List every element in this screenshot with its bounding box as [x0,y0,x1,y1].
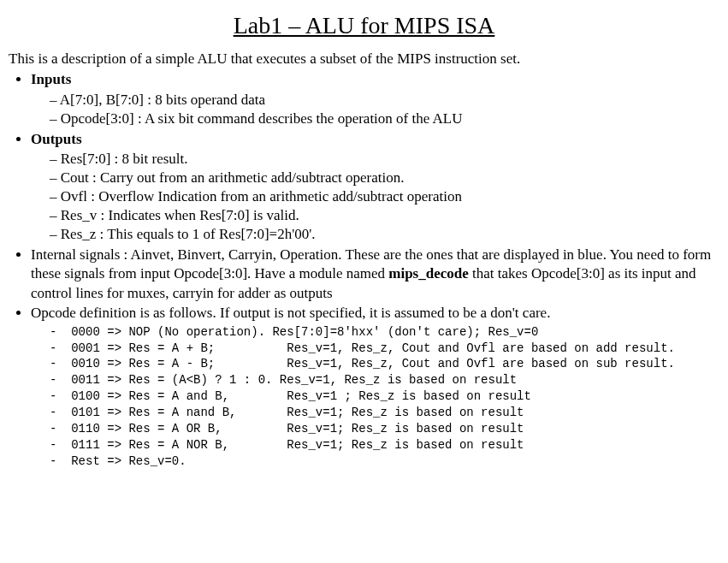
opcode-def-item: Opcode definition is as follows. If outp… [31,304,719,470]
list-item: Cout : Carry out from an arithmetic add/… [50,169,719,187]
opcode-sublist: 0000 => NOP (No operation). Res[7:0]=8'h… [31,324,719,470]
inputs-sublist: A[7:0], B[7:0] : 8 bits operand data Opc… [31,91,719,128]
opcode-row: 0101 => Res = A nand B, Res_v=1; Res_z i… [50,405,719,421]
opcode-header-text: Opcode definition is as follows. If outp… [31,305,550,321]
intro-text: This is a description of a simple ALU th… [9,50,719,68]
inputs-header: Inputs [31,71,71,87]
list-item: A[7:0], B[7:0] : 8 bits operand data [50,91,719,110]
opcode-row: 0001 => Res = A + B; Res_v=1, Res_z, Cou… [50,341,719,357]
page-title: Lab1 – ALU for MIPS ISA [9,10,719,41]
opcode-row: Rest => Res_v=0. [50,453,719,470]
list-item: Res_v : Indicates when Res[7:0] is valid… [50,206,719,225]
list-item: Res[7:0] : 8 bit result. [50,150,719,169]
outputs-sublist: Res[7:0] : 8 bit result. Cout : Carry ou… [31,150,719,244]
list-item: Ovfl : Overflow Indication from an arith… [50,187,719,206]
opcode-row: 0010 => Res = A - B; Res_v=1, Res_z, Cou… [50,356,719,372]
outputs-item: Outputs Res[7:0] : 8 bit result. Cout : … [31,130,719,245]
opcode-row: 0100 => Res = A and B, Res_v=1 ; Res_z i… [50,388,719,405]
opcode-row: 0000 => NOP (No operation). Res[7:0]=8'h… [50,324,719,341]
list-item: Res_z : This equals to 1 of Res[7:0]=2h'… [50,225,719,244]
mips-decode-bold: mips_decode [388,265,469,282]
outputs-header: Outputs [31,131,82,147]
internal-signals-item: Internal signals : Ainvet, Binvert, Carr… [31,246,719,302]
opcode-row: 0111 => Res = A NOR B, Res_v=1; Res_z is… [50,437,719,453]
opcode-row: 0110 => Res = A OR B, Res_v=1; Res_z is … [50,421,719,437]
list-item: Opcode[3:0] : A six bit command describe… [50,110,719,128]
top-list: Inputs A[7:0], B[7:0] : 8 bits operand d… [9,70,719,469]
inputs-item: Inputs A[7:0], B[7:0] : 8 bits operand d… [31,70,719,127]
opcode-row: 0011 => Res = (A<B) ? 1 : 0. Res_v=1, Re… [50,372,719,388]
